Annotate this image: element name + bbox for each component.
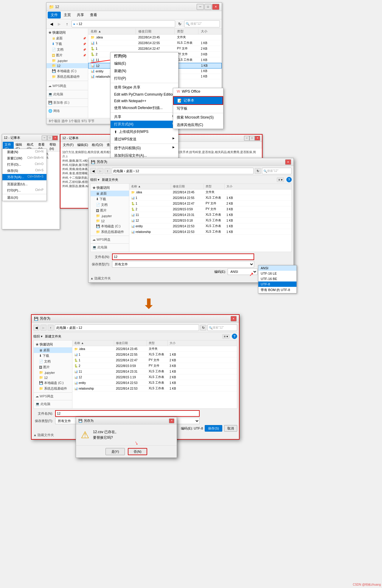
saveas-sb-download[interactable]: ⬇下载 [91, 196, 129, 202]
saveas-sb-desktop[interactable]: 🖥桌面 [91, 191, 129, 196]
submenu-other[interactable]: 选择其他应用(C) [173, 121, 223, 129]
saveas-file-row[interactable]: 📊12 2022/8/15 0:18 XLS 工作表 1 KB [129, 218, 291, 223]
saveas-up-btn[interactable]: ↑ [105, 168, 111, 174]
sidebar-network[interactable]: 🌐 网络 [46, 108, 88, 114]
npL-max[interactable]: □ [249, 136, 255, 141]
enc-utf16be[interactable]: UTF-16 BE [258, 276, 296, 281]
ctx-defender[interactable]: 使用 Microsoft Defender扫描... [111, 104, 178, 112]
ctx-wps-send[interactable]: 通过WPS发送▶ [111, 136, 178, 143]
ctx-wps-upload[interactable]: ⬆上传或同步到WPS [111, 128, 178, 136]
enc-utf8[interactable]: UTF-8 [258, 281, 296, 287]
saveas-file-row[interactable]: 📊1 2022/8/14 22:55 XLS 工作表 1 KB [129, 195, 291, 201]
minimize-button[interactable]: ─ [197, 4, 204, 10]
s2-cancel-btn[interactable]: 取消 [224, 425, 237, 432]
enc-utf16le[interactable]: UTF-16 LE [258, 271, 296, 276]
npL-menu-file[interactable]: 文件(F) [61, 142, 75, 148]
npL-menu-edit[interactable]: 编辑(E) [75, 142, 90, 148]
confirm-yes-btn[interactable]: 是(Y) [105, 448, 125, 455]
enc-utf8bom[interactable]: 带有 BOM 的 UTF-8 [258, 287, 296, 293]
saveas-back-btn[interactable]: ◀ [90, 168, 96, 174]
s2-file-relationship[interactable]: 📊relationship 2022/8/14 22:53 XLS 工作表 1 … [72, 386, 237, 391]
saveas-sb-docs[interactable]: 📄文档 [91, 202, 129, 208]
sidebar-wps[interactable]: ☁ WPS网盘 [46, 83, 88, 89]
menu-home[interactable]: 主页 [61, 12, 74, 18]
s2-search[interactable]: 🔍 搜索"12" [207, 324, 237, 331]
saveas-refresh-btn[interactable]: ↻ [255, 168, 261, 174]
s2-addr[interactable]: 此电脑 › 桌面 › 12 [55, 324, 199, 331]
menu-share[interactable]: 共享 [74, 12, 87, 18]
sidebar-item-download[interactable]: ⬇ 下载 📌 [46, 41, 88, 47]
s2-sb-desktop[interactable]: 🖥桌面 [34, 347, 72, 353]
np-menu-page[interactable]: 页面设置(U)... [2, 181, 46, 187]
col-name[interactable]: 名称 ▲ [88, 29, 136, 34]
s2-file-row[interactable]: 📊1 2022/8/14 22:55 XLS 工作表 1 KB [72, 352, 237, 357]
s2-file-entity[interactable]: 📊entity 2022/8/14 22:53 XLS 工作表 1 KB [72, 380, 237, 386]
s2-file-row[interactable]: 🐍1 2022/8/14 22:47 PY 文件 2 KB [72, 357, 237, 363]
maximize-button[interactable]: □ [204, 4, 212, 10]
col-size[interactable]: 大小 [198, 29, 213, 34]
saveas2-close-btn[interactable]: ✕ [231, 316, 237, 321]
submenu-wordpad[interactable]: 写字板 [173, 105, 223, 112]
s2-sb-localc[interactable]: 💾本地磁盘 (C:) [34, 380, 72, 386]
s2-refresh[interactable]: ↻ [200, 325, 206, 331]
s2-fwd[interactable]: ▶ [41, 325, 46, 331]
saveas-file-row-relationship[interactable]: 📊relationship 2022/8/14 22:53 XLS 工作表 1 … [129, 229, 291, 235]
s2-back[interactable]: ◀ [33, 325, 39, 331]
file-row[interactable]: 📁.idea 2022/8/14 23:45 文件夹 [88, 35, 222, 40]
s2-help-btn[interactable]: ? [232, 334, 237, 339]
s2-sb-jupyter[interactable]: 📁.jupyter [34, 370, 72, 375]
s2-sb-12[interactable]: 📁12 [34, 375, 72, 380]
s2-sb-dl[interactable]: ⬇下载 [34, 353, 72, 359]
sidebar-this-pc[interactable]: 💻 此电脑 [46, 91, 88, 97]
s2-sb-wps[interactable]: ☁ WPS网盘 [34, 393, 72, 399]
saveas-file-row[interactable]: 🐍2 2022/8/15 0:59 PY 文件 3 KB [129, 206, 291, 212]
submenu-notepad[interactable]: 📝记事本 [173, 96, 223, 105]
npL-min[interactable]: ─ [244, 136, 249, 141]
ctx-share[interactable]: 共享▶ [111, 113, 178, 121]
np-menu-print[interactable]: 打印(P)...Ctrl+P [2, 187, 46, 194]
s2-file-row[interactable]: 📁.idea 2022/8/14 23:45 文件夹 [72, 346, 237, 352]
menu-file[interactable]: 文件 [48, 12, 61, 18]
saveas-forward-btn[interactable]: ▶ [97, 168, 103, 174]
file-row[interactable]: 🐍1 2022/8/14 22:47 PY 文件 2 KB [88, 46, 222, 52]
sidebar-item-docs[interactable]: 📄 文档 📌 [46, 47, 88, 52]
s2-new-folder-btn[interactable]: 新建文件夹 [45, 334, 61, 339]
saveas-file-row[interactable]: 🐍1 2022/8/14 22:47 PY 文件 2 KB [129, 201, 291, 206]
confirm-no-btn[interactable]: 否(N) [128, 448, 147, 455]
back-button[interactable]: ◀ [48, 21, 55, 27]
saveas-new-folder-btn[interactable]: 新建文件夹 [102, 178, 118, 182]
filename-input[interactable] [112, 253, 254, 260]
np-menu-save[interactable]: 保存(S)Ctrl+S [2, 168, 46, 174]
s2-sb-docs[interactable]: 📄文档 [34, 359, 72, 364]
ctx-new[interactable]: 新建(N) [111, 67, 178, 75]
col-type[interactable]: 类型 [175, 29, 198, 34]
confirm-close[interactable]: ✕ [169, 419, 174, 423]
ctx-edit[interactable]: 编辑(E) [111, 60, 178, 67]
submenu-wps[interactable]: WWPS Office [173, 88, 223, 95]
saveas-sb-12[interactable]: 📁12 [91, 218, 129, 223]
np-min[interactable]: ─ [42, 136, 47, 140]
ctx-skype[interactable]: 使用 Skype 共享 [111, 84, 178, 91]
s2-file-row[interactable]: 🐍2 2022/8/15 0:59 PY 文件 3 KB [72, 363, 237, 369]
np-menu-new[interactable]: 新建(N)Ctrl+N [2, 149, 46, 155]
menu-view[interactable]: 查看 [87, 12, 100, 18]
sidebar-item-12[interactable]: 📁 12 [46, 63, 88, 68]
filetype-select[interactable]: 所有文件 文本文档 (*.txt) [112, 261, 254, 267]
saveas-sb-pics[interactable]: 🖼图片 [91, 208, 129, 213]
ctx-grant-access[interactable]: 授予访问权限(G)▶ [111, 144, 178, 152]
close-button[interactable]: ✕ [212, 4, 219, 10]
saveas-file-row-entity[interactable]: 📊entity 2022/8/14 22:53 XLS 工作表 1 KB [129, 223, 291, 229]
saveas-sb-thispc[interactable]: 💻 此电脑 [91, 245, 129, 250]
sidebar-item-pictures[interactable]: 🖼 图片 📌 [46, 52, 88, 58]
np-menu-help[interactable]: 帮助(H) [48, 142, 59, 151]
saveas-addr[interactable]: 此电脑 › 桌面 › 12 [112, 168, 254, 174]
saveas-file-row[interactable]: 📁.idea 2022/8/14 23:45 文件夹 [129, 189, 291, 195]
s2-file-row[interactable]: 📊11 2022/8/14 23:31 XLS 工作表 1 KB [72, 369, 237, 374]
sidebar-quick-access-header[interactable]: ★ 快速访问 [46, 30, 88, 35]
s2-filename-input[interactable] [55, 410, 200, 417]
saveas-sb-system[interactable]: 📁系统总线基础件 [91, 229, 129, 235]
saveas-sb-jupyter[interactable]: 📁.jupyter [91, 213, 129, 218]
address-bar[interactable]: ▸ › 12 [72, 20, 175, 27]
saveas-search[interactable]: 🔍 搜索"12" [262, 168, 292, 174]
np-menu-exit[interactable]: 退出(X) [2, 195, 46, 201]
